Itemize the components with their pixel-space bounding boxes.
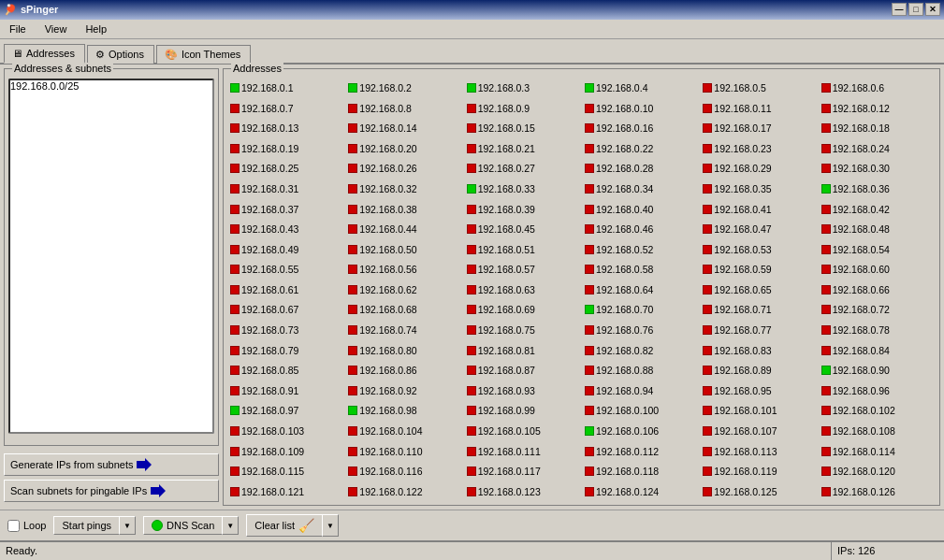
ip-cell[interactable]: 192.168.0.43 xyxy=(227,220,344,239)
ip-cell[interactable]: 192.168.0.93 xyxy=(464,381,581,401)
ip-cell[interactable]: 192.168.0.115 xyxy=(227,462,344,481)
ip-cell[interactable]: 192.168.0.15 xyxy=(464,119,581,138)
ip-cell[interactable]: 192.168.0.14 xyxy=(345,119,462,138)
ip-cell[interactable]: 192.168.0.104 xyxy=(345,422,462,441)
ip-cell[interactable]: 192.168.0.40 xyxy=(582,199,699,219)
ip-cell[interactable]: 192.168.0.64 xyxy=(582,280,699,300)
ip-cell[interactable]: 192.168.0.5 xyxy=(700,79,817,98)
ip-cell[interactable]: 192.168.0.3 xyxy=(464,79,581,98)
ip-cell[interactable]: 192.168.0.65 xyxy=(700,280,817,300)
ip-cell[interactable]: 192.168.0.86 xyxy=(345,361,462,381)
ip-cell[interactable]: 192.168.0.85 xyxy=(227,361,344,381)
ip-cell[interactable]: 192.168.0.95 xyxy=(700,381,817,401)
ip-cell[interactable]: 192.168.0.52 xyxy=(582,239,699,259)
ip-cell[interactable]: 192.168.0.53 xyxy=(700,239,817,259)
ip-cell[interactable]: 192.168.0.92 xyxy=(345,381,462,401)
ip-cell[interactable]: 192.168.0.60 xyxy=(819,260,936,280)
ip-cell[interactable]: 192.168.0.23 xyxy=(700,139,817,159)
ip-cell[interactable]: 192.168.0.121 xyxy=(227,481,344,501)
scan-subnets-button[interactable]: Scan subnets for pingable IPs xyxy=(4,480,219,502)
ip-cell[interactable]: 192.168.0.63 xyxy=(464,280,581,300)
close-button[interactable]: ✕ xyxy=(925,3,940,16)
ip-cell[interactable]: 192.168.0.70 xyxy=(582,300,699,320)
ip-cell[interactable]: 192.168.0.7 xyxy=(227,98,344,118)
ip-cell[interactable]: 192.168.0.72 xyxy=(819,300,936,320)
ip-cell[interactable]: 192.168.0.109 xyxy=(227,441,344,461)
ip-cell[interactable]: 192.168.0.19 xyxy=(227,139,344,159)
ip-cell[interactable]: 192.168.0.71 xyxy=(700,300,817,320)
loop-checkbox[interactable] xyxy=(7,520,20,532)
ip-cell[interactable]: 192.168.0.67 xyxy=(227,300,344,320)
ip-cell[interactable]: 192.168.0.31 xyxy=(227,179,344,199)
ip-cell[interactable]: 192.168.0.24 xyxy=(819,139,936,159)
ip-cell[interactable]: 192.168.0.82 xyxy=(582,340,699,360)
ip-cell[interactable]: 192.168.0.89 xyxy=(700,361,817,381)
ip-cell[interactable]: 192.168.0.102 xyxy=(819,401,936,421)
menu-file[interactable]: File xyxy=(4,22,32,36)
dns-scan-dropdown-arrow[interactable]: ▼ xyxy=(222,516,239,535)
subnet-item[interactable]: 192.168.0.0/25 xyxy=(10,80,212,93)
generate-ips-button[interactable]: Generate IPs from subnets xyxy=(4,453,219,476)
ip-cell[interactable]: 192.168.0.51 xyxy=(464,239,581,259)
ip-cell[interactable]: 192.168.0.97 xyxy=(227,401,344,421)
ip-cell[interactable]: 192.168.0.108 xyxy=(819,422,936,441)
ip-cell[interactable]: 192.168.0.96 xyxy=(819,381,936,401)
ip-cell[interactable]: 192.168.0.17 xyxy=(700,119,817,138)
ip-cell[interactable]: 192.168.0.69 xyxy=(464,300,581,320)
ip-cell[interactable]: 192.168.0.103 xyxy=(227,422,344,441)
menu-help[interactable]: Help xyxy=(80,22,112,36)
ip-cell[interactable]: 192.168.0.35 xyxy=(700,179,817,199)
ip-cell[interactable]: 192.168.0.30 xyxy=(819,159,936,179)
ip-cell[interactable]: 192.168.0.55 xyxy=(227,260,344,280)
ip-cell[interactable]: 192.168.0.20 xyxy=(345,139,462,159)
ip-cell[interactable]: 192.168.0.18 xyxy=(819,119,936,138)
ip-cell[interactable]: 192.168.0.6 xyxy=(819,79,936,98)
ip-cell[interactable]: 192.168.0.33 xyxy=(464,179,581,199)
ip-cell[interactable]: 192.168.0.38 xyxy=(345,199,462,219)
tab-options[interactable]: ⚙ Options xyxy=(87,45,154,64)
ip-cell[interactable]: 192.168.0.39 xyxy=(464,199,581,219)
ip-cell[interactable]: 192.168.0.105 xyxy=(464,422,581,441)
ip-cell[interactable]: 192.168.0.29 xyxy=(700,159,817,179)
ip-cell[interactable]: 192.168.0.9 xyxy=(464,98,581,118)
ip-cell[interactable]: 192.168.0.74 xyxy=(345,321,462,340)
ip-cell[interactable]: 192.168.0.112 xyxy=(582,441,699,461)
ip-cell[interactable]: 192.168.0.100 xyxy=(582,401,699,421)
tab-addresses[interactable]: 🖥 Addresses xyxy=(4,44,85,64)
ip-cell[interactable]: 192.168.0.87 xyxy=(464,361,581,381)
ip-cell[interactable]: 192.168.0.77 xyxy=(700,321,817,340)
ip-cell[interactable]: 192.168.0.54 xyxy=(819,239,936,259)
ip-cell[interactable]: 192.168.0.50 xyxy=(345,239,462,259)
ip-cell[interactable]: 192.168.0.44 xyxy=(345,220,462,239)
clear-list-dropdown-arrow[interactable]: ▼ xyxy=(322,514,339,537)
ip-cell[interactable]: 192.168.0.110 xyxy=(345,441,462,461)
ip-cell[interactable]: 192.168.0.91 xyxy=(227,381,344,401)
ip-cell[interactable]: 192.168.0.84 xyxy=(819,340,936,360)
ip-cell[interactable]: 192.168.0.8 xyxy=(345,98,462,118)
ip-cell[interactable]: 192.168.0.76 xyxy=(582,321,699,340)
ip-cell[interactable]: 192.168.0.94 xyxy=(582,381,699,401)
ip-cell[interactable]: 192.168.0.42 xyxy=(819,199,936,219)
ip-cell[interactable]: 192.168.0.28 xyxy=(582,159,699,179)
ip-cell[interactable]: 192.168.0.122 xyxy=(345,481,462,501)
ip-cell[interactable]: 192.168.0.120 xyxy=(819,462,936,481)
ip-cell[interactable]: 192.168.0.34 xyxy=(582,179,699,199)
ip-cell[interactable]: 192.168.0.116 xyxy=(345,462,462,481)
ip-cell[interactable]: 192.168.0.99 xyxy=(464,401,581,421)
ip-cell[interactable]: 192.168.0.79 xyxy=(227,340,344,360)
ip-cell[interactable]: 192.168.0.11 xyxy=(700,98,817,118)
ip-cell[interactable]: 192.168.0.58 xyxy=(582,260,699,280)
menu-view[interactable]: View xyxy=(39,22,73,36)
ip-cell[interactable]: 192.168.0.80 xyxy=(345,340,462,360)
ip-cell[interactable]: 192.168.0.56 xyxy=(345,260,462,280)
ip-cell[interactable]: 192.168.0.26 xyxy=(345,159,462,179)
ip-cell[interactable]: 192.168.0.90 xyxy=(819,361,936,381)
ip-cell[interactable]: 192.168.0.83 xyxy=(700,340,817,360)
ip-cell[interactable]: 192.168.0.78 xyxy=(819,321,936,340)
ip-cell[interactable]: 192.168.0.113 xyxy=(700,441,817,461)
ip-cell[interactable]: 192.168.0.75 xyxy=(464,321,581,340)
ip-cell[interactable]: 192.168.0.48 xyxy=(819,220,936,239)
start-pings-button[interactable]: Start pings xyxy=(53,516,119,535)
ip-cell[interactable]: 192.168.0.73 xyxy=(227,321,344,340)
ip-cell[interactable]: 192.168.0.118 xyxy=(582,462,699,481)
